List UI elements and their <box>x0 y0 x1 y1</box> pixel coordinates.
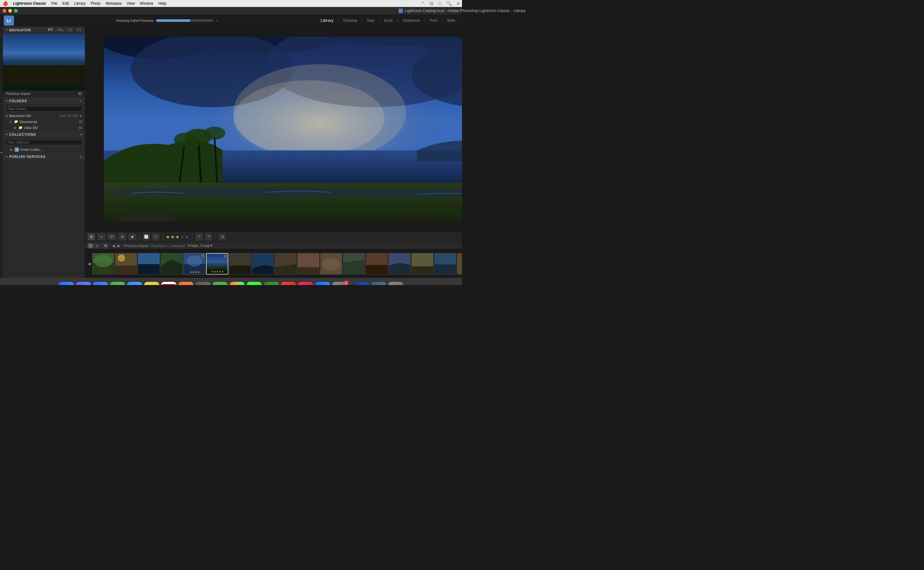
dock-calendar[interactable]: NOV 8 <box>161 282 176 285</box>
folder-ultra387[interactable]: ▶ 📁 Ultra 387 30 <box>3 125 85 131</box>
apple-menu[interactable]: 🍎 <box>3 1 8 6</box>
dock-maps[interactable]: 🗺 <box>212 282 228 285</box>
module-book[interactable]: Book <box>381 17 396 24</box>
previous-import[interactable]: Previous Import 30 <box>3 90 85 97</box>
zoom-fill[interactable]: FILL <box>56 28 65 32</box>
filmstrip-thumb-10[interactable] <box>297 253 320 274</box>
left-panel-collapse[interactable]: ◀ <box>0 26 3 278</box>
menu-edit[interactable]: Edit <box>62 1 69 6</box>
filmstrip-thumb-8[interactable] <box>252 253 274 274</box>
dock-notes[interactable]: 📓 <box>144 282 159 285</box>
window-controls[interactable] <box>3 9 18 13</box>
dock-siri[interactable]: ◉ <box>76 282 91 285</box>
module-slideshow[interactable]: Slideshow <box>399 17 423 24</box>
filmstrip-thumb-9[interactable] <box>275 253 297 274</box>
menu-help[interactable]: Help <box>158 1 166 6</box>
dock-photos[interactable]: 🌸 <box>229 282 245 285</box>
publish-services-header[interactable]: ▼ Publish Services + <box>3 153 85 161</box>
nav-next-button[interactable]: ▶ <box>117 244 121 248</box>
filmstrip-thumb-17[interactable] <box>457 253 462 274</box>
dock-settings[interactable]: ⚙ 1 <box>332 282 347 285</box>
close-button[interactable] <box>3 9 6 13</box>
drive-expand[interactable]: ▼ <box>79 114 82 118</box>
dock-profile[interactable]: 👤 <box>371 282 386 285</box>
compare-view-button[interactable]: XY <box>108 234 116 240</box>
rotate-left-button[interactable]: ↶ <box>196 233 203 241</box>
module-map[interactable]: Map <box>364 17 377 24</box>
filmstrip-thumb-15[interactable] <box>411 253 434 274</box>
filmstrip-thumb-7[interactable] <box>229 253 251 274</box>
dock-facetime[interactable]: 📹 <box>264 282 279 285</box>
menu-library[interactable]: Library <box>74 1 86 6</box>
menu-file[interactable]: File <box>51 1 57 6</box>
drive-item[interactable]: ⊞ Macintosh HD 14.8 / 42.7 GB ▼ <box>3 113 85 119</box>
filmstrip-thumb-3[interactable] <box>138 253 160 274</box>
menu-window[interactable]: Window <box>140 1 154 6</box>
folders-header[interactable]: ▼ Folders + <box>3 97 85 105</box>
zoom-3-1[interactable]: 3:1 <box>76 28 82 32</box>
publish-services-add-button[interactable]: + <box>80 154 82 159</box>
dock-news[interactable]: 📰 <box>281 282 296 285</box>
maximize-button[interactable] <box>14 9 18 13</box>
flag-black-button[interactable]: ⬛ <box>152 233 159 241</box>
filmstrip-thumb-1[interactable] <box>92 253 114 274</box>
star-5[interactable]: ★ <box>185 234 189 239</box>
dock-launchpad[interactable]: 🚀 <box>93 282 108 285</box>
module-develop[interactable]: Develop <box>340 17 360 24</box>
folders-search-input[interactable] <box>5 106 82 112</box>
menu-view[interactable]: View <box>127 1 135 6</box>
filmstrip-thumb-13[interactable] <box>366 253 388 274</box>
filmstrip-thumb-2[interactable] <box>115 253 137 274</box>
filmstrip-thumb-5[interactable]: ★★★★ ⊡ <box>183 253 206 274</box>
navigator-header[interactable]: ▼ Navigator FIT FILL 1:1 3:1 <box>3 26 85 34</box>
dock-finder[interactable]: 🖥 <box>58 282 74 285</box>
filmstrip-thumb-selected[interactable]: ★★★★★ ⊡ <box>206 253 228 274</box>
crop-button[interactable]: ⊡ <box>219 233 226 241</box>
dock-trash[interactable]: 🗑 <box>388 282 403 285</box>
nav-prev-button[interactable]: ◀ <box>111 244 116 248</box>
filmstrip-thumb-16[interactable] <box>434 253 456 274</box>
star-3[interactable]: ★ <box>175 234 180 239</box>
zoom-1-1[interactable]: 1:1 <box>67 28 74 32</box>
filmstrip-thumb-12[interactable] <box>343 253 365 274</box>
zoom-fit[interactable]: FIT <box>47 28 54 32</box>
filmstrip-thumb-14[interactable] <box>389 253 411 274</box>
filmstrip-thumb-11[interactable] <box>320 253 342 274</box>
filename-label[interactable]: /Image_13.jpg ▾ <box>188 244 212 248</box>
collections-add-button[interactable]: + <box>80 132 82 137</box>
folders-add-button[interactable]: + <box>80 98 82 103</box>
rotate-right-button[interactable]: ↷ <box>205 233 212 241</box>
filmstrip-nav-left[interactable]: ◀ <box>86 253 92 274</box>
module-library[interactable]: Library <box>318 17 337 24</box>
dock-music[interactable]: 🎵 <box>298 282 313 285</box>
smart-collection-item[interactable]: ▶ ⚙ Smart Collec... <box>3 146 85 153</box>
survey-view-button[interactable]: ⊟ <box>119 233 126 240</box>
dock-sendbird[interactable]: ✈ <box>127 282 142 285</box>
dock-safari[interactable]: 🧭 <box>110 282 125 285</box>
star-4[interactable]: ★ <box>180 234 184 239</box>
dock-lr[interactable]: Lr <box>354 282 369 285</box>
loupe-view-button[interactable]: ▭ <box>97 233 105 240</box>
grid-icon-button[interactable]: ⊞ <box>102 243 109 248</box>
star-2[interactable]: ★ <box>171 234 175 239</box>
star-rating[interactable]: ★ ★ ★ ★ ★ <box>166 234 189 239</box>
dock-messages[interactable]: 💬 <box>247 282 262 285</box>
filmstrip-thumb-4[interactable] <box>161 253 183 274</box>
grid-view-button[interactable]: ⊞ <box>88 233 95 240</box>
folder-documents[interactable]: ▼ 📁 Documents 30 <box>3 119 85 125</box>
module-web[interactable]: Web <box>444 17 458 24</box>
view-toggle-2[interactable]: 2 <box>94 243 100 248</box>
collections-search-input[interactable] <box>5 140 82 145</box>
view-toggle-1[interactable]: 1 <box>88 243 94 248</box>
menu-photo[interactable]: Photo <box>91 1 100 6</box>
app-name[interactable]: Lightroom Classic <box>13 1 46 6</box>
dock-reminders[interactable]: ☑ <box>195 282 211 285</box>
dock-pages[interactable]: 📄 <box>178 282 194 285</box>
face-view-button[interactable]: ◉ <box>129 233 136 240</box>
collections-header[interactable]: ▼ Collections + <box>3 131 85 139</box>
progress-close-button[interactable]: × <box>216 19 218 23</box>
dock-appstore[interactable]: A <box>315 282 330 285</box>
module-print[interactable]: Print <box>427 17 441 24</box>
star-1[interactable]: ★ <box>166 234 170 239</box>
minimize-button[interactable] <box>8 9 12 13</box>
